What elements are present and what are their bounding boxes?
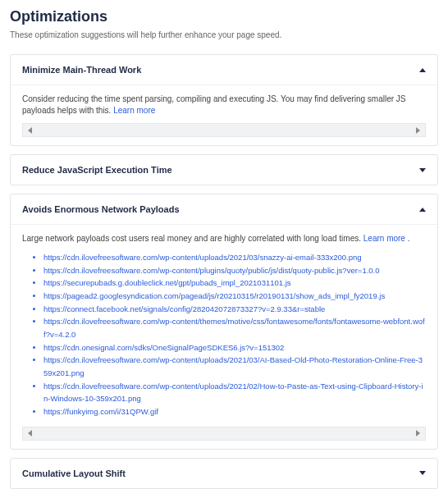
panel-description: Consider reducing the time spent parsing… — [22, 85, 426, 123]
payload-url-link[interactable]: https://cdn.ilovefreesoftware.com/wp-con… — [43, 253, 362, 262]
panel-title: Reduce JavaScript Execution Time — [22, 165, 172, 175]
chevron-up-icon — [419, 208, 426, 212]
payload-url-list: https://cdn.ilovefreesoftware.com/wp-con… — [22, 251, 426, 418]
panel-reduce-js: Reduce JavaScript Execution Time — [10, 154, 438, 185]
learn-more-link[interactable]: Learn more — [113, 106, 155, 115]
list-item: https://cdn.ilovefreesoftware.com/wp-con… — [43, 251, 426, 264]
payload-url-link[interactable]: https://pagead2.googlesyndication.com/pa… — [43, 291, 385, 300]
panel-cls: Cumulative Layout Shift — [10, 458, 438, 489]
list-item: https://cdn.ilovefreesoftware.com/wp-con… — [43, 264, 426, 277]
panel-title: Avoids Enormous Network Payloads — [22, 204, 180, 214]
panel-title: Cumulative Layout Shift — [22, 468, 126, 478]
list-item: https://cdn.ilovefreesoftware.com/wp-con… — [43, 315, 426, 340]
payload-url-link[interactable]: https://cdn.ilovefreesoftware.com/wp-con… — [43, 355, 423, 377]
list-item: https://cdn.ilovefreesoftware.com/wp-con… — [43, 380, 426, 405]
panel-description: Large network payloads cost users real m… — [22, 225, 426, 251]
payload-url-link[interactable]: https://funkyimg.com/i/31QPW.gif — [43, 407, 158, 416]
panel-title: Minimize Main-Thread Work — [22, 65, 141, 75]
panel-header-minimize-main-thread[interactable]: Minimize Main-Thread Work — [11, 55, 437, 85]
chevron-down-icon — [419, 471, 426, 475]
payload-url-link[interactable]: https://cdn.ilovefreesoftware.com/wp-con… — [43, 317, 425, 339]
horizontal-scrollbar[interactable] — [22, 427, 426, 441]
scroll-left-icon — [28, 430, 32, 436]
page-title: Optimizations — [10, 8, 438, 25]
list-item: https://cdn.ilovefreesoftware.com/wp-con… — [43, 354, 426, 379]
panel-minimize-main-thread: Minimize Main-Thread Work Consider reduc… — [10, 54, 438, 146]
page-subtitle: These optimization suggestions will help… — [10, 30, 438, 39]
scroll-right-icon — [416, 127, 420, 134]
list-item: https://funkyimg.com/i/31QPW.gif — [43, 405, 426, 418]
panel-header-reduce-js[interactable]: Reduce JavaScript Execution Time — [11, 155, 437, 185]
scroll-left-icon — [28, 127, 32, 134]
chevron-down-icon — [419, 168, 426, 172]
payload-url-link[interactable]: https://connect.facebook.net/signals/con… — [43, 304, 325, 313]
panel-body: Consider reducing the time spent parsing… — [11, 85, 437, 145]
list-item: https://pagead2.googlesyndication.com/pa… — [43, 290, 426, 303]
panel-header-avoid-payloads[interactable]: Avoids Enormous Network Payloads — [11, 194, 437, 224]
panel-body: Large network payloads cost users real m… — [11, 224, 437, 449]
list-item: https://securepubads.g.doubleclick.net/g… — [43, 276, 426, 290]
panel-avoid-payloads: Avoids Enormous Network Payloads Large n… — [10, 194, 438, 450]
scroll-right-icon — [416, 430, 420, 436]
payload-url-link[interactable]: https://securepubads.g.doubleclick.net/g… — [43, 278, 291, 287]
payload-url-link[interactable]: https://cdn.onesignal.com/sdks/OneSignal… — [43, 343, 284, 352]
list-item: https://connect.facebook.net/signals/con… — [43, 303, 426, 316]
horizontal-scrollbar[interactable] — [22, 123, 426, 137]
list-item: https://cdn.onesignal.com/sdks/OneSignal… — [43, 341, 426, 354]
payload-url-link[interactable]: https://cdn.ilovefreesoftware.com/wp-con… — [43, 382, 423, 404]
panel-header-cls[interactable]: Cumulative Layout Shift — [11, 459, 437, 488]
learn-more-link[interactable]: Learn more — [363, 234, 405, 243]
payload-url-link[interactable]: https://cdn.ilovefreesoftware.com/wp-con… — [43, 266, 380, 275]
chevron-up-icon — [419, 68, 426, 72]
